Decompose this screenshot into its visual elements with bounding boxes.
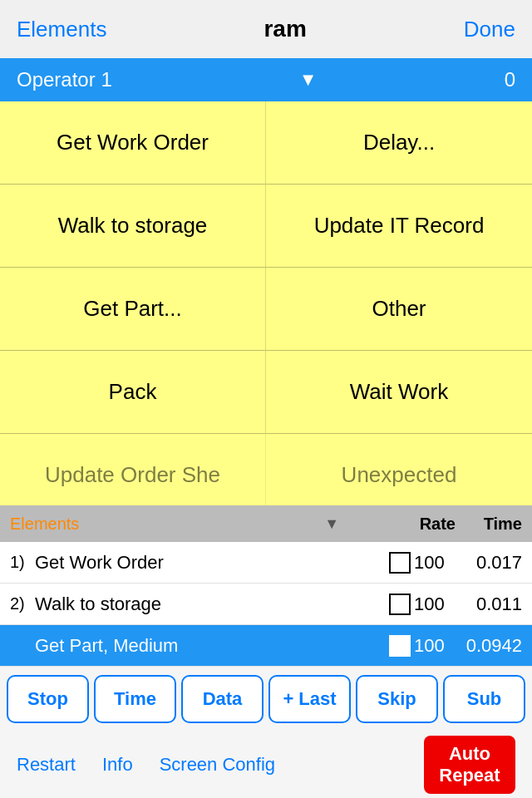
plus-last-btn[interactable]: + Last [268,675,351,723]
table-row-2[interactable]: Get Part, Medium1000.0942 [0,625,532,667]
row-time-1: 0.011 [456,594,522,615]
elements-grid: Get Work OrderDelay...Walk to storageUpd… [0,101,532,505]
table-row-1[interactable]: 2)Walk to storage1000.011 [0,584,532,625]
operator-bar[interactable]: Operator 1 ▼ 0 [0,58,532,101]
top-nav: Elements ram Done [0,0,532,58]
page-title: ram [264,16,306,42]
table-header: Elements ▼ Rate Time [0,505,532,542]
table-header-arrow-icon: ▼ [324,515,339,533]
restart-button[interactable]: Restart [17,754,76,776]
row-rate-1: 100 [414,594,456,615]
sub-btn[interactable]: Sub [443,675,525,723]
row-name-0: Get Work Order [35,552,389,574]
bottom-section: Elements ▼ Rate Time 1)Get Work Order100… [0,505,532,798]
table-header-rate: Rate [389,515,456,534]
action-buttons-row: StopTimeData+ LastSkipSub [0,667,532,732]
bottom-toolbar: Restart Info Screen Config AutoRepeat [0,732,532,798]
data-btn[interactable]: Data [181,675,264,723]
row-time-0: 0.017 [456,552,522,574]
auto-repeat-button[interactable]: AutoRepeat [424,736,515,794]
operator-label: Operator 1 [17,68,112,91]
screen-config-button[interactable]: Screen Config [160,754,275,776]
time-btn[interactable]: Time [94,675,176,723]
done-nav-button[interactable]: Done [464,17,515,42]
grid-cell-wait-work[interactable]: Wait Work [266,351,532,434]
stop-btn[interactable]: Stop [7,675,89,723]
row-time-2: 0.0942 [456,635,522,657]
row-checkbox-0[interactable] [389,552,411,574]
table-header-elements: Elements [10,515,324,534]
auto-repeat-label: AutoRepeat [439,743,500,787]
row-checkbox-2[interactable] [389,635,411,657]
grid-cell-delay[interactable]: Delay... [266,101,532,185]
skip-btn[interactable]: Skip [356,675,438,723]
grid-cell-update-order-sheet[interactable]: Update Order She [0,434,266,517]
grid-cell-get-work-order[interactable]: Get Work Order [0,101,266,185]
row-name-2: Get Part, Medium [35,635,389,657]
grid-cell-pack[interactable]: Pack [0,351,266,434]
grid-cell-walk-to-storage[interactable]: Walk to storage [0,185,266,268]
elements-nav-button[interactable]: Elements [17,17,106,42]
table-header-time: Time [456,515,522,534]
row-rate-0: 100 [414,552,456,574]
row-rate-2: 100 [414,635,456,657]
operator-dropdown-icon[interactable]: ▼ [299,69,318,91]
row-num-1: 2) [10,594,35,613]
grid-cell-update-it-record[interactable]: Update IT Record [266,185,532,268]
operator-count: 0 [505,68,515,91]
row-checkbox-1[interactable] [389,594,411,615]
grid-cell-get-part[interactable]: Get Part... [0,268,266,351]
row-num-0: 1) [10,553,35,572]
grid-cell-other[interactable]: Other [266,268,532,351]
table-rows-container: 1)Get Work Order1000.0172)Walk to storag… [0,542,532,667]
grid-cell-unexpected[interactable]: Unexpected [266,434,532,517]
table-row-0[interactable]: 1)Get Work Order1000.017 [0,542,532,584]
info-button[interactable]: Info [102,754,133,776]
row-name-1: Walk to storage [35,594,389,615]
